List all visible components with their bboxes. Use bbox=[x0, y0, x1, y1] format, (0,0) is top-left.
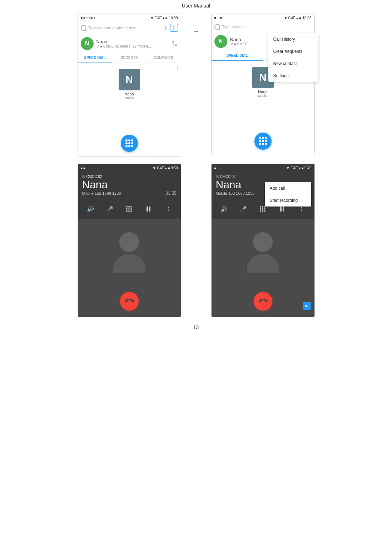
main-dropdown-menu: Call History Clear frequents New contact… bbox=[268, 33, 318, 82]
dropdown-add-call[interactable]: Add call bbox=[265, 182, 311, 194]
tab-speed-dial[interactable]: SPEED DIAL bbox=[78, 53, 112, 63]
search-input[interactable]: Type a name or phone num... bbox=[89, 26, 162, 30]
carrier-left: CMCC 02 bbox=[82, 175, 177, 179]
three-dot-icon bbox=[173, 26, 174, 30]
more-dots-icon bbox=[177, 66, 178, 71]
top-right-screen-wrapper: ■ □ ◙ ▼ G4E▲■ 10:03 Type a name bbox=[211, 14, 315, 156]
search-icon bbox=[81, 25, 86, 31]
dropdown-call-history[interactable]: Call History bbox=[268, 33, 318, 45]
speed-dial-more-button[interactable] bbox=[177, 66, 178, 71]
phone-end-icon-left: 📞 bbox=[124, 295, 135, 307]
time-text: 10:09 bbox=[169, 16, 178, 20]
contact-avatar-right: N bbox=[214, 35, 227, 48]
keypad-icon-right bbox=[260, 206, 266, 212]
carrier-name-right: CMCC 02 bbox=[220, 175, 236, 179]
speaker-icon-right: 🔊 bbox=[220, 206, 228, 213]
page-header: User Manual bbox=[0, 0, 392, 10]
header-text: User Manual bbox=[182, 3, 210, 9]
arrow-right: → bbox=[191, 14, 201, 156]
call-status-right-icons: ■ bbox=[214, 166, 216, 170]
avatar-silhouette-right bbox=[212, 219, 314, 287]
status-left-icons-right: ■ □ ◙ bbox=[214, 16, 222, 20]
more-icon-right bbox=[301, 207, 302, 212]
search-icon-right bbox=[214, 24, 220, 30]
call-status-right-info: ▼ G4E▲■ 9:49 bbox=[286, 166, 312, 170]
bottom-right-wrapper: ■ ▼ G4E▲■ 9:49 CMCC 02 Nana Mobile bbox=[211, 164, 315, 317]
call-time-right: 9:49 bbox=[304, 166, 311, 170]
mute-icon-right: 🎤 bbox=[240, 206, 247, 213]
speed-dial-card-nana[interactable]: N Nana Mobile bbox=[115, 69, 144, 100]
speaker-button-right[interactable]: 🔊 bbox=[218, 203, 230, 215]
more-icon-left bbox=[168, 207, 169, 212]
dial-fab-right[interactable] bbox=[254, 133, 272, 150]
n-avatar: N bbox=[119, 69, 140, 90]
status-bar-top-right: ■ □ ◙ ▼ G4E▲■ 10:03 bbox=[212, 14, 314, 22]
recording-icon: ▶ bbox=[306, 304, 308, 308]
call-status-left-icons: ■ ◙ bbox=[81, 166, 85, 170]
call-duration-left: 03:55 bbox=[165, 191, 176, 196]
tabs-bar-top-left: SPEED DIAL RECENTS CONTACTS bbox=[78, 53, 181, 63]
call-phone-right: Mobile 152 1668 1236 bbox=[216, 191, 255, 195]
search-bar-top-right[interactable]: Type a name bbox=[212, 22, 314, 32]
mute-button-right[interactable]: 🎤 bbox=[237, 203, 249, 215]
pause-icon-left bbox=[147, 207, 150, 212]
keypad-button-left[interactable] bbox=[123, 203, 135, 215]
carrier-right: CMCC 02 bbox=[216, 175, 310, 179]
spacer bbox=[191, 164, 201, 317]
status-left-icons: ■ψ ▪ □ ◙ ♦ bbox=[81, 16, 95, 20]
silhouette-body-right bbox=[247, 254, 279, 273]
signal-text-right: G4E▲■ bbox=[288, 16, 301, 20]
more-button-left[interactable] bbox=[162, 203, 174, 215]
keypad-icon-left bbox=[126, 206, 132, 212]
dial-fab-left[interactable] bbox=[121, 135, 138, 152]
carrier-dot-left bbox=[82, 175, 85, 178]
call-number-row-left: Mobile 152 1668 1236 03:55 bbox=[82, 191, 177, 196]
end-call-button-left[interactable]: 📞 bbox=[120, 292, 139, 310]
contact-info: Nana ↗ ■ CMCC 02 Mobile, 22 mins a... bbox=[96, 39, 169, 48]
speed-dial-content-left: N Nana Mobile bbox=[78, 63, 181, 156]
contact-detail-right: ↗ ■ CMCC bbox=[230, 42, 248, 46]
call-contact-name-left: Nana bbox=[82, 179, 177, 191]
mute-button-left[interactable]: 🎤 bbox=[104, 203, 116, 215]
contact-row-top-left[interactable]: N Nana ↗ ■ CMCC 02 Mobile, 22 mins a... bbox=[78, 34, 181, 53]
tab-contacts[interactable]: CONTACTS bbox=[147, 53, 181, 63]
status-right-info-right: ▼ G4E▲■ 10:03 bbox=[284, 16, 312, 20]
card-label: Mobile bbox=[124, 96, 134, 100]
carrier-dot-right bbox=[216, 175, 219, 178]
silhouette-left bbox=[113, 232, 145, 273]
contact-avatar: N bbox=[81, 37, 94, 50]
card-label-right: Mobile bbox=[258, 94, 268, 98]
card-name: Nana bbox=[124, 92, 134, 96]
three-dot-menu-button[interactable] bbox=[170, 24, 178, 32]
contact-subtitle: ↗ ■ CMCC 02 Mobile, 22 mins a... bbox=[96, 44, 169, 48]
phone-end-icon-right: 📞 bbox=[257, 295, 268, 307]
dropdown-start-recording[interactable]: Start recording bbox=[265, 194, 311, 207]
silhouette-head-right bbox=[253, 232, 273, 252]
dropdown-clear-frequents[interactable]: Clear frequents bbox=[268, 45, 318, 58]
call-status-bar-right: ■ ▼ G4E▲■ 9:49 bbox=[212, 164, 314, 172]
end-call-button-right[interactable]: 📞 bbox=[254, 292, 272, 310]
time-text-right: 10:03 bbox=[302, 16, 311, 20]
dropdown-settings[interactable]: Settings bbox=[268, 70, 318, 82]
silhouette-right bbox=[247, 232, 279, 273]
page-number: 13 bbox=[0, 324, 392, 330]
tab-recents[interactable]: RECENTS bbox=[112, 53, 147, 63]
dial-grid-icon bbox=[125, 139, 133, 147]
call-status-right: ▼ G4E▲■ 9:50 bbox=[153, 166, 178, 170]
dropdown-new-contact[interactable]: New contact bbox=[268, 58, 318, 70]
search-bar-top-left[interactable]: Type a name or phone num... 🎙 bbox=[78, 22, 181, 34]
mic-icon: 🎙 bbox=[164, 25, 168, 30]
speaker-icon-left: 🔊 bbox=[87, 206, 94, 213]
search-input-right[interactable]: Type a name bbox=[222, 25, 312, 29]
silhouette-body-left bbox=[113, 254, 145, 273]
call-header-left: CMCC 02 Nana Mobile 152 1668 1236 03:55 bbox=[78, 172, 181, 199]
card-name-right: Nana bbox=[258, 90, 267, 94]
call-icon bbox=[172, 40, 178, 47]
call-time-left: 9:50 bbox=[171, 166, 178, 170]
speaker-button-left[interactable]: 🔊 bbox=[84, 203, 96, 215]
contact-name: Nana bbox=[96, 39, 169, 44]
tab-speed-dial-right[interactable]: SPEED DIAL bbox=[212, 51, 263, 61]
pause-button-left[interactable] bbox=[143, 203, 155, 215]
call-phone-left: Mobile 152 1668 1236 bbox=[82, 191, 121, 195]
carrier-name-left: CMCC 02 bbox=[86, 175, 102, 179]
